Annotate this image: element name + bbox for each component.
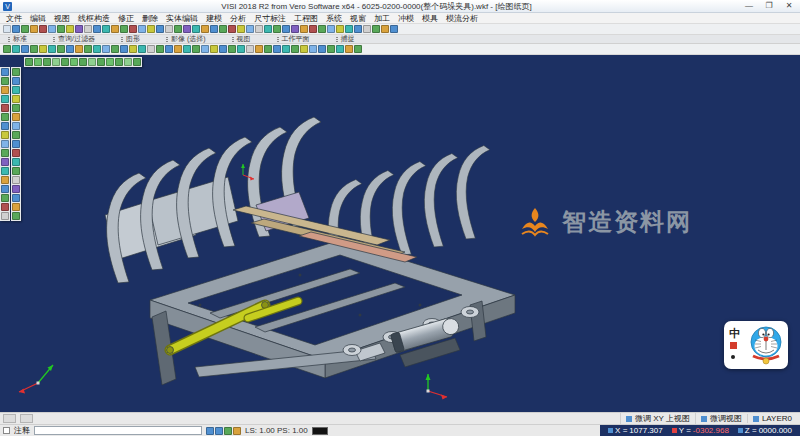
tool-icon[interactable] — [138, 45, 146, 53]
tool-icon[interactable] — [255, 45, 263, 53]
status-nav-button[interactable] — [3, 414, 16, 423]
toolbar-group-label[interactable]: 影像 (选择) — [166, 34, 206, 44]
tool-icon[interactable] — [300, 25, 308, 33]
menu-item[interactable]: 分析 — [226, 13, 250, 24]
note-input[interactable] — [34, 426, 202, 435]
maximize-button[interactable]: ❐ — [761, 0, 777, 12]
tool-icon[interactable] — [1, 131, 9, 139]
tool-icon[interactable] — [120, 25, 128, 33]
tool-icon[interactable] — [138, 25, 146, 33]
close-button[interactable]: ✕ — [781, 0, 797, 12]
tool-icon[interactable] — [246, 25, 254, 33]
tool-icon[interactable] — [129, 45, 137, 53]
tool-icon[interactable] — [255, 25, 263, 33]
tool-icon[interactable] — [318, 25, 326, 33]
tool-icon[interactable] — [1, 212, 9, 220]
tool-icon[interactable] — [1, 95, 9, 103]
menu-item[interactable]: 视窗 — [346, 13, 370, 24]
tool-icon[interactable] — [12, 194, 20, 202]
tool-icon[interactable] — [12, 158, 20, 166]
menu-item[interactable]: 模具 — [418, 13, 442, 24]
tool-icon[interactable] — [156, 25, 164, 33]
tool-icon[interactable] — [336, 25, 344, 33]
tool-icon[interactable] — [363, 25, 371, 33]
tool-icon[interactable] — [273, 25, 281, 33]
status-tool-icon[interactable] — [206, 427, 214, 435]
tool-icon[interactable] — [372, 25, 380, 33]
tool-icon[interactable] — [345, 45, 353, 53]
menu-item[interactable]: 加工 — [370, 13, 394, 24]
tool-icon[interactable] — [12, 77, 20, 85]
tool-icon[interactable] — [12, 113, 20, 121]
tool-icon[interactable] — [12, 45, 20, 53]
tool-icon[interactable] — [147, 45, 155, 53]
status-item[interactable]: 微调 XY 上视图 — [620, 413, 695, 424]
tool-icon[interactable] — [327, 25, 335, 33]
tool-icon[interactable] — [75, 25, 83, 33]
view-tool-icon[interactable] — [52, 58, 60, 66]
tool-icon[interactable] — [66, 45, 74, 53]
tool-icon[interactable] — [1, 113, 9, 121]
menu-item[interactable]: 编辑 — [26, 13, 50, 24]
tool-icon[interactable] — [291, 25, 299, 33]
tool-icon[interactable] — [12, 203, 20, 211]
viewport[interactable]: 智造资料网 中 — [0, 55, 800, 412]
tool-icon[interactable] — [192, 25, 200, 33]
tool-icon[interactable] — [12, 122, 20, 130]
tool-icon[interactable] — [174, 25, 182, 33]
tool-icon[interactable] — [201, 25, 209, 33]
tool-icon[interactable] — [390, 25, 398, 33]
tool-icon[interactable] — [12, 86, 20, 94]
tool-icon[interactable] — [210, 25, 218, 33]
tool-icon[interactable] — [291, 45, 299, 53]
tool-icon[interactable] — [237, 25, 245, 33]
menu-item[interactable]: 模流分析 — [442, 13, 482, 24]
tool-icon[interactable] — [228, 25, 236, 33]
tool-icon[interactable] — [165, 45, 173, 53]
tool-icon[interactable] — [129, 25, 137, 33]
tool-icon[interactable] — [12, 167, 20, 175]
tool-icon[interactable] — [1, 158, 9, 166]
tool-icon[interactable] — [1, 203, 9, 211]
tool-icon[interactable] — [219, 45, 227, 53]
tool-icon[interactable] — [48, 25, 56, 33]
tool-icon[interactable] — [30, 25, 38, 33]
tool-icon[interactable] — [1, 122, 9, 130]
toolbar-group-label[interactable]: 查询/过滤器 — [53, 34, 95, 44]
menu-item[interactable]: 冲模 — [394, 13, 418, 24]
tool-icon[interactable] — [183, 25, 191, 33]
tool-icon[interactable] — [111, 45, 119, 53]
tool-icon[interactable] — [93, 45, 101, 53]
menu-item[interactable]: 线框构造 — [74, 13, 114, 24]
tool-icon[interactable] — [1, 86, 9, 94]
status-tool-icon[interactable] — [233, 427, 241, 435]
view-tool-icon[interactable] — [70, 58, 78, 66]
tool-icon[interactable] — [1, 77, 9, 85]
tool-icon[interactable] — [1, 176, 9, 184]
tool-icon[interactable] — [21, 45, 29, 53]
note-checkbox[interactable] — [3, 427, 10, 434]
tool-icon[interactable] — [327, 45, 335, 53]
view-tool-icon[interactable] — [25, 58, 33, 66]
tool-icon[interactable] — [264, 25, 272, 33]
tool-icon[interactable] — [345, 25, 353, 33]
tool-icon[interactable] — [102, 25, 110, 33]
view-tool-icon[interactable] — [133, 58, 141, 66]
toolbar-group-label[interactable]: 视图 — [232, 34, 251, 44]
view-tool-icon[interactable] — [88, 58, 96, 66]
tool-icon[interactable] — [156, 45, 164, 53]
menu-item[interactable]: 视图 — [50, 13, 74, 24]
tool-icon[interactable] — [246, 45, 254, 53]
status-item[interactable]: 微调视图 — [695, 413, 747, 424]
tool-icon[interactable] — [1, 167, 9, 175]
tool-icon[interactable] — [1, 68, 9, 76]
active-color-swatch[interactable] — [312, 427, 328, 435]
tool-icon[interactable] — [12, 25, 20, 33]
menu-item[interactable]: 系统 — [322, 13, 346, 24]
tool-icon[interactable] — [354, 25, 362, 33]
menu-item[interactable]: 修正 — [114, 13, 138, 24]
tool-icon[interactable] — [165, 25, 173, 33]
tool-icon[interactable] — [12, 140, 20, 148]
tool-icon[interactable] — [228, 45, 236, 53]
tool-icon[interactable] — [12, 95, 20, 103]
